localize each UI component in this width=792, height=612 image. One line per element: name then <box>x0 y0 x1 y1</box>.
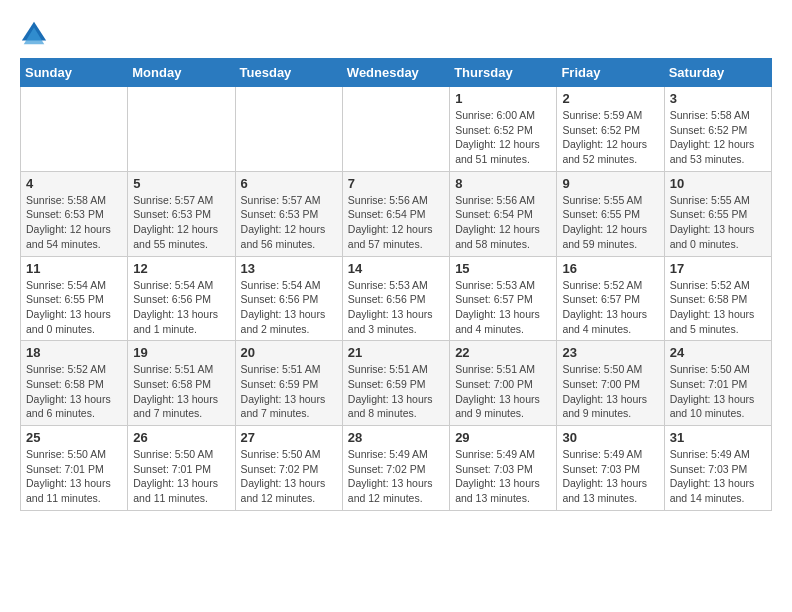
calendar-cell: 10Sunrise: 5:55 AM Sunset: 6:55 PM Dayli… <box>664 171 771 256</box>
calendar-cell <box>21 87 128 172</box>
calendar-cell: 11Sunrise: 5:54 AM Sunset: 6:55 PM Dayli… <box>21 256 128 341</box>
day-number: 2 <box>562 91 658 106</box>
calendar-cell: 27Sunrise: 5:50 AM Sunset: 7:02 PM Dayli… <box>235 426 342 511</box>
day-info: Sunrise: 5:49 AM Sunset: 7:02 PM Dayligh… <box>348 447 444 506</box>
weekday-header: Friday <box>557 59 664 87</box>
day-number: 7 <box>348 176 444 191</box>
calendar-week-row: 18Sunrise: 5:52 AM Sunset: 6:58 PM Dayli… <box>21 341 772 426</box>
day-number: 10 <box>670 176 766 191</box>
day-number: 25 <box>26 430 122 445</box>
day-number: 18 <box>26 345 122 360</box>
day-number: 14 <box>348 261 444 276</box>
logo-icon <box>20 20 48 48</box>
day-number: 16 <box>562 261 658 276</box>
calendar-cell: 23Sunrise: 5:50 AM Sunset: 7:00 PM Dayli… <box>557 341 664 426</box>
day-info: Sunrise: 5:55 AM Sunset: 6:55 PM Dayligh… <box>670 193 766 252</box>
calendar-cell: 7Sunrise: 5:56 AM Sunset: 6:54 PM Daylig… <box>342 171 449 256</box>
weekday-header: Saturday <box>664 59 771 87</box>
day-number: 6 <box>241 176 337 191</box>
day-number: 15 <box>455 261 551 276</box>
day-info: Sunrise: 5:50 AM Sunset: 7:01 PM Dayligh… <box>133 447 229 506</box>
calendar-cell <box>128 87 235 172</box>
calendar-cell: 26Sunrise: 5:50 AM Sunset: 7:01 PM Dayli… <box>128 426 235 511</box>
calendar-cell: 1Sunrise: 6:00 AM Sunset: 6:52 PM Daylig… <box>450 87 557 172</box>
calendar-cell: 17Sunrise: 5:52 AM Sunset: 6:58 PM Dayli… <box>664 256 771 341</box>
calendar-cell: 20Sunrise: 5:51 AM Sunset: 6:59 PM Dayli… <box>235 341 342 426</box>
calendar-cell: 28Sunrise: 5:49 AM Sunset: 7:02 PM Dayli… <box>342 426 449 511</box>
day-number: 28 <box>348 430 444 445</box>
day-info: Sunrise: 5:51 AM Sunset: 7:00 PM Dayligh… <box>455 362 551 421</box>
day-number: 23 <box>562 345 658 360</box>
day-number: 4 <box>26 176 122 191</box>
calendar-cell: 14Sunrise: 5:53 AM Sunset: 6:56 PM Dayli… <box>342 256 449 341</box>
calendar-cell <box>235 87 342 172</box>
day-info: Sunrise: 5:53 AM Sunset: 6:56 PM Dayligh… <box>348 278 444 337</box>
day-number: 11 <box>26 261 122 276</box>
weekday-header: Thursday <box>450 59 557 87</box>
day-number: 3 <box>670 91 766 106</box>
weekday-header: Sunday <box>21 59 128 87</box>
day-info: Sunrise: 5:51 AM Sunset: 6:59 PM Dayligh… <box>348 362 444 421</box>
day-number: 13 <box>241 261 337 276</box>
day-number: 19 <box>133 345 229 360</box>
day-info: Sunrise: 6:00 AM Sunset: 6:52 PM Dayligh… <box>455 108 551 167</box>
day-number: 24 <box>670 345 766 360</box>
day-info: Sunrise: 5:49 AM Sunset: 7:03 PM Dayligh… <box>670 447 766 506</box>
calendar-cell: 3Sunrise: 5:58 AM Sunset: 6:52 PM Daylig… <box>664 87 771 172</box>
logo <box>20 20 52 48</box>
day-info: Sunrise: 5:54 AM Sunset: 6:56 PM Dayligh… <box>133 278 229 337</box>
day-info: Sunrise: 5:57 AM Sunset: 6:53 PM Dayligh… <box>241 193 337 252</box>
day-number: 21 <box>348 345 444 360</box>
day-info: Sunrise: 5:51 AM Sunset: 6:59 PM Dayligh… <box>241 362 337 421</box>
calendar-cell: 21Sunrise: 5:51 AM Sunset: 6:59 PM Dayli… <box>342 341 449 426</box>
day-number: 9 <box>562 176 658 191</box>
calendar-cell: 6Sunrise: 5:57 AM Sunset: 6:53 PM Daylig… <box>235 171 342 256</box>
calendar-cell: 8Sunrise: 5:56 AM Sunset: 6:54 PM Daylig… <box>450 171 557 256</box>
day-number: 31 <box>670 430 766 445</box>
calendar-cell: 2Sunrise: 5:59 AM Sunset: 6:52 PM Daylig… <box>557 87 664 172</box>
calendar-cell: 16Sunrise: 5:52 AM Sunset: 6:57 PM Dayli… <box>557 256 664 341</box>
day-info: Sunrise: 5:53 AM Sunset: 6:57 PM Dayligh… <box>455 278 551 337</box>
day-info: Sunrise: 5:54 AM Sunset: 6:55 PM Dayligh… <box>26 278 122 337</box>
calendar-cell: 4Sunrise: 5:58 AM Sunset: 6:53 PM Daylig… <box>21 171 128 256</box>
weekday-header-row: SundayMondayTuesdayWednesdayThursdayFrid… <box>21 59 772 87</box>
calendar-cell: 5Sunrise: 5:57 AM Sunset: 6:53 PM Daylig… <box>128 171 235 256</box>
day-info: Sunrise: 5:57 AM Sunset: 6:53 PM Dayligh… <box>133 193 229 252</box>
day-info: Sunrise: 5:51 AM Sunset: 6:58 PM Dayligh… <box>133 362 229 421</box>
calendar-week-row: 4Sunrise: 5:58 AM Sunset: 6:53 PM Daylig… <box>21 171 772 256</box>
weekday-header: Wednesday <box>342 59 449 87</box>
day-info: Sunrise: 5:50 AM Sunset: 7:01 PM Dayligh… <box>670 362 766 421</box>
day-number: 22 <box>455 345 551 360</box>
calendar-cell: 18Sunrise: 5:52 AM Sunset: 6:58 PM Dayli… <box>21 341 128 426</box>
calendar-cell: 12Sunrise: 5:54 AM Sunset: 6:56 PM Dayli… <box>128 256 235 341</box>
day-number: 29 <box>455 430 551 445</box>
calendar-cell: 19Sunrise: 5:51 AM Sunset: 6:58 PM Dayli… <box>128 341 235 426</box>
calendar-cell: 25Sunrise: 5:50 AM Sunset: 7:01 PM Dayli… <box>21 426 128 511</box>
day-number: 17 <box>670 261 766 276</box>
day-info: Sunrise: 5:50 AM Sunset: 7:01 PM Dayligh… <box>26 447 122 506</box>
day-info: Sunrise: 5:52 AM Sunset: 6:57 PM Dayligh… <box>562 278 658 337</box>
calendar-week-row: 11Sunrise: 5:54 AM Sunset: 6:55 PM Dayli… <box>21 256 772 341</box>
calendar-cell <box>342 87 449 172</box>
weekday-header: Monday <box>128 59 235 87</box>
day-number: 12 <box>133 261 229 276</box>
day-info: Sunrise: 5:49 AM Sunset: 7:03 PM Dayligh… <box>455 447 551 506</box>
day-number: 1 <box>455 91 551 106</box>
day-info: Sunrise: 5:52 AM Sunset: 6:58 PM Dayligh… <box>26 362 122 421</box>
day-info: Sunrise: 5:56 AM Sunset: 6:54 PM Dayligh… <box>455 193 551 252</box>
day-info: Sunrise: 5:59 AM Sunset: 6:52 PM Dayligh… <box>562 108 658 167</box>
calendar-cell: 22Sunrise: 5:51 AM Sunset: 7:00 PM Dayli… <box>450 341 557 426</box>
day-info: Sunrise: 5:58 AM Sunset: 6:52 PM Dayligh… <box>670 108 766 167</box>
calendar-table: SundayMondayTuesdayWednesdayThursdayFrid… <box>20 58 772 511</box>
page-header <box>20 20 772 48</box>
calendar-cell: 30Sunrise: 5:49 AM Sunset: 7:03 PM Dayli… <box>557 426 664 511</box>
day-number: 27 <box>241 430 337 445</box>
calendar-week-row: 25Sunrise: 5:50 AM Sunset: 7:01 PM Dayli… <box>21 426 772 511</box>
day-info: Sunrise: 5:49 AM Sunset: 7:03 PM Dayligh… <box>562 447 658 506</box>
calendar-week-row: 1Sunrise: 6:00 AM Sunset: 6:52 PM Daylig… <box>21 87 772 172</box>
day-number: 26 <box>133 430 229 445</box>
calendar-cell: 31Sunrise: 5:49 AM Sunset: 7:03 PM Dayli… <box>664 426 771 511</box>
day-number: 30 <box>562 430 658 445</box>
day-number: 8 <box>455 176 551 191</box>
weekday-header: Tuesday <box>235 59 342 87</box>
